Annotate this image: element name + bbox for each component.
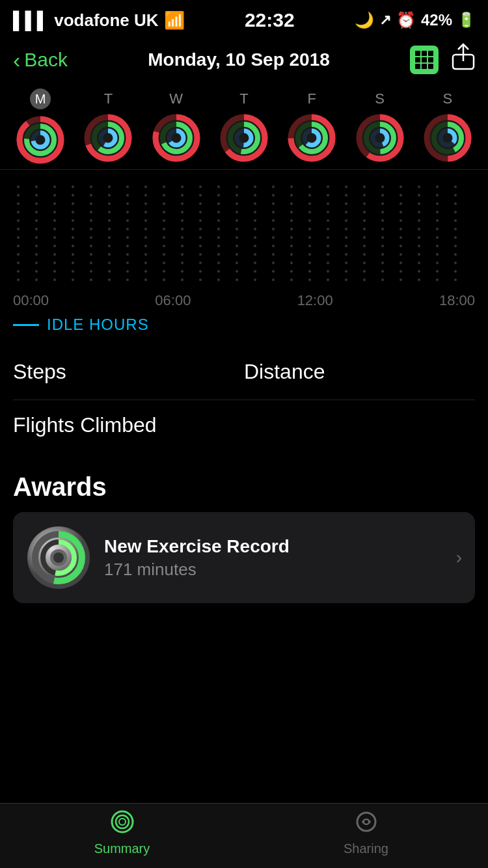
svg-point-361 [364,819,369,824]
svg-point-254 [327,185,329,188]
status-left: ▌▌▌ vodafone UK 📶 [13,10,185,31]
svg-point-203 [236,262,238,264]
svg-point-205 [236,278,238,281]
back-button[interactable]: ‹ Back [13,49,68,71]
day-tuesday[interactable]: T [81,90,135,165]
svg-point-126 [126,219,129,222]
award-card-exercise[interactable]: New Exercise Record 171 minutes › [13,512,475,603]
svg-point-222 [272,219,275,222]
svg-point-171 [199,194,202,197]
svg-point-314 [418,185,420,188]
svg-point-296 [381,236,384,239]
svg-point-117 [108,245,111,247]
tab-summary[interactable]: Summary [0,809,244,863]
svg-point-172 [199,202,202,205]
svg-point-249 [308,245,311,247]
svg-point-175 [199,228,202,230]
svg-point-54 [17,219,20,222]
svg-point-359 [119,819,126,825]
page-bottom-spacer [0,616,488,694]
svg-point-164 [181,236,183,239]
day-monday[interactable]: M [14,88,67,167]
svg-point-159 [181,194,183,197]
svg-point-109 [90,278,92,281]
svg-point-131 [126,262,129,264]
ring-tue [81,111,135,165]
svg-point-278 [363,185,366,188]
svg-point-128 [126,236,129,239]
svg-point-62 [35,185,38,188]
svg-point-112 [108,202,111,205]
svg-point-210 [254,219,256,222]
svg-point-95 [72,262,74,264]
svg-point-61 [17,278,20,281]
svg-point-189 [217,245,220,247]
svg-point-93 [72,245,74,247]
svg-point-267 [345,194,347,197]
svg-point-83 [53,262,56,264]
nav-bar: ‹ Back Monday, 10 Sep 2018 [0,36,488,83]
svg-point-211 [254,228,256,230]
alarm-icon: ⏰ [396,11,416,29]
svg-point-145 [144,278,147,281]
svg-point-192 [217,270,220,273]
svg-point-240 [290,270,293,273]
svg-point-273 [345,245,347,247]
svg-point-331 [436,228,439,230]
svg-point-69 [35,245,38,247]
svg-point-279 [363,194,366,197]
day-friday[interactable]: F [285,90,338,165]
svg-point-225 [272,245,275,247]
svg-point-260 [327,236,329,239]
svg-point-321 [418,245,420,247]
svg-point-326 [436,185,439,188]
svg-point-349 [454,278,457,281]
steps-distance-row: Steps Distance [0,347,488,400]
svg-point-147 [163,194,165,197]
ring-sat [353,111,407,165]
day-wednesday[interactable]: W [150,90,203,165]
svg-point-201 [236,245,238,247]
svg-point-191 [217,262,220,264]
svg-point-358 [116,815,129,828]
svg-point-223 [272,228,275,230]
svg-point-97 [72,278,74,281]
tab-sharing[interactable]: Sharing [244,809,488,863]
svg-point-219 [272,194,275,197]
share-button[interactable] [452,43,475,77]
svg-point-85 [53,278,56,281]
svg-point-166 [181,253,183,256]
svg-point-209 [254,211,256,213]
svg-point-177 [199,245,202,247]
svg-point-272 [345,236,347,239]
svg-point-70 [35,253,38,256]
svg-point-99 [90,194,92,197]
day-saturday[interactable]: S [353,90,407,165]
svg-point-79 [53,228,56,230]
svg-point-252 [308,270,311,273]
svg-point-194 [236,185,238,188]
svg-point-218 [272,185,275,188]
svg-point-346 [454,253,457,256]
flights-label: Flights Climbed [13,413,475,437]
day-thursday[interactable]: T [217,90,271,165]
svg-point-270 [345,219,347,222]
svg-point-304 [400,202,402,205]
calendar-grid-button[interactable] [410,46,439,74]
chart-label-1200: 12:00 [297,292,333,309]
svg-point-330 [436,219,439,222]
day-sunday[interactable]: S [421,90,474,165]
svg-point-342 [454,219,457,222]
status-time: 22:32 [245,9,295,31]
day-label-fri: F [308,90,316,107]
ring-mon [14,113,67,167]
svg-point-311 [400,262,402,264]
svg-point-299 [381,262,384,264]
svg-point-237 [290,245,293,247]
svg-point-257 [327,211,329,213]
svg-point-221 [272,211,275,213]
svg-point-317 [418,211,420,213]
svg-point-246 [308,219,311,222]
svg-point-151 [163,228,165,230]
svg-point-193 [217,278,220,281]
